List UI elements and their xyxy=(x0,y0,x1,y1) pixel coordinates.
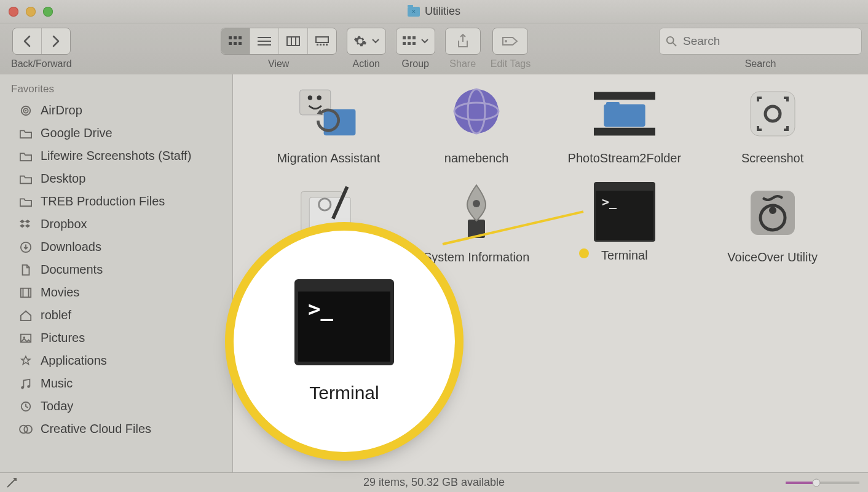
window-title: Utilities xyxy=(425,5,460,18)
sidebar-item-applications[interactable]: Applications xyxy=(0,349,232,372)
back-forward-label: Back/Forward xyxy=(11,58,72,69)
tag-icon xyxy=(502,35,519,47)
group-menu[interactable] xyxy=(396,28,435,55)
migration-icon xyxy=(298,83,359,145)
close-window-button[interactable] xyxy=(9,7,18,17)
app-voiceover-utility[interactable]: VoiceOver Utility xyxy=(705,182,840,265)
svg-point-64 xyxy=(813,479,820,486)
sidebar-item-google-drive[interactable]: Google Drive xyxy=(0,122,232,145)
edit-tags-label: Edit Tags xyxy=(491,58,531,69)
svg-rect-47 xyxy=(594,92,655,100)
back-button[interactable] xyxy=(13,28,41,54)
sidebar-item-desktop[interactable]: Desktop xyxy=(0,167,232,190)
sidebar-item-documents[interactable]: Documents xyxy=(0,258,232,281)
app-label: Script Editor xyxy=(295,250,362,265)
view-label: View xyxy=(268,58,289,69)
traffic-lights xyxy=(9,7,53,17)
edit-tags-button[interactable] xyxy=(492,28,528,55)
sidebar-item-movies[interactable]: Movies xyxy=(0,281,232,304)
sidebar-item-label: Music xyxy=(41,376,73,391)
app-label: Screenshot xyxy=(741,151,803,166)
svg-point-36 xyxy=(27,385,30,388)
svg-rect-14 xyxy=(320,44,322,46)
content-area[interactable]: Migration AssistantnamebenchPhotoStream2… xyxy=(233,74,868,473)
airdrop-icon xyxy=(18,104,33,117)
zoom-window-button[interactable] xyxy=(43,7,53,17)
sidebar: Favorites AirDropGoogle DriveLifewire Sc… xyxy=(0,74,233,473)
svg-rect-57 xyxy=(468,220,485,238)
sidebar-item-lifewire-screenshots-staff-[interactable]: Lifewire Screenshots (Staff) xyxy=(0,145,232,167)
sidebar-item-dropbox[interactable]: Dropbox xyxy=(0,213,232,236)
view-columns[interactable] xyxy=(278,28,307,54)
search-field[interactable] xyxy=(659,28,862,55)
sidebar-item-label: Google Drive xyxy=(41,126,112,140)
system-info-icon xyxy=(446,182,507,244)
view-list[interactable] xyxy=(250,28,278,54)
applications-icon xyxy=(18,354,33,368)
sidebar-item-roblef[interactable]: roblef xyxy=(0,304,232,327)
svg-rect-30 xyxy=(21,288,31,297)
view-icon-grid[interactable] xyxy=(221,28,250,54)
voiceover-icon xyxy=(742,182,803,244)
svg-rect-5 xyxy=(239,42,242,45)
namebench-icon xyxy=(446,83,507,145)
gear-icon xyxy=(353,34,367,48)
downloads-icon xyxy=(18,240,33,254)
share-button[interactable] xyxy=(445,28,481,55)
sidebar-item-label: Pictures xyxy=(41,331,85,345)
share-icon xyxy=(457,34,469,49)
sidebar-item-pictures[interactable]: Pictures xyxy=(0,327,232,349)
sidebar-item-music[interactable]: Music xyxy=(0,372,232,395)
svg-rect-4 xyxy=(234,42,237,45)
clock-icon xyxy=(18,400,33,413)
chevron-down-icon xyxy=(421,39,428,44)
action-menu[interactable] xyxy=(347,28,386,55)
svg-rect-50 xyxy=(606,102,620,106)
terminal-icon: >_ xyxy=(594,182,655,242)
app-migration-assistant[interactable]: Migration Assistant xyxy=(261,83,396,166)
app-script-editor[interactable]: Script Editor xyxy=(261,182,396,265)
app-namebench[interactable]: namebench xyxy=(409,83,544,166)
toolbar: Back/Forward View Action xyxy=(0,23,868,80)
svg-rect-0 xyxy=(229,36,232,39)
svg-point-61 xyxy=(769,207,776,214)
forward-button[interactable] xyxy=(41,28,70,54)
music-icon xyxy=(18,377,33,391)
share-label: Share xyxy=(449,58,476,69)
action-label: Action xyxy=(352,58,379,69)
svg-rect-19 xyxy=(412,36,416,39)
view-segment xyxy=(221,28,337,55)
sidebar-item-airdrop[interactable]: AirDrop xyxy=(0,99,232,122)
svg-point-28 xyxy=(25,109,27,111)
sidebar-item-creative-cloud-files[interactable]: Creative Cloud Files xyxy=(0,418,232,440)
nav-back-forward xyxy=(12,28,71,55)
svg-rect-9 xyxy=(287,37,299,46)
view-gallery[interactable] xyxy=(307,28,336,54)
chevron-down-icon xyxy=(372,39,379,44)
sidebar-item-label: Documents xyxy=(41,263,103,277)
sidebar-item-label: Today xyxy=(41,399,73,413)
search-input[interactable] xyxy=(682,34,855,49)
app-label: VoiceOver Utility xyxy=(727,250,818,265)
svg-point-44 xyxy=(454,89,499,133)
sidebar-item-treb-production-files[interactable]: TREB Production Files xyxy=(0,190,232,213)
sidebar-item-label: Creative Cloud Files xyxy=(41,422,151,436)
app-terminal[interactable]: >_Terminal xyxy=(557,182,692,265)
app-photostream2folder[interactable]: PhotoStream2Folder xyxy=(557,83,692,166)
path-icon[interactable] xyxy=(6,477,17,488)
sidebar-item-downloads[interactable]: Downloads xyxy=(0,236,232,258)
folder-icon xyxy=(18,172,33,186)
search-label: Search xyxy=(745,58,776,69)
svg-rect-20 xyxy=(403,42,406,45)
sidebar-item-today[interactable]: Today xyxy=(0,395,232,418)
app-system-information[interactable]: System Information xyxy=(409,182,544,265)
sidebar-item-label: Lifewire Screenshots (Staff) xyxy=(41,149,191,163)
movies-icon xyxy=(18,286,33,300)
svg-rect-18 xyxy=(408,36,411,39)
sidebar-item-label: roblef xyxy=(41,308,71,322)
app-screenshot[interactable]: Screenshot xyxy=(705,83,840,166)
icon-size-slider[interactable] xyxy=(786,478,859,487)
documents-icon xyxy=(18,263,33,277)
minimize-window-button[interactable] xyxy=(26,7,36,17)
sidebar-item-label: Desktop xyxy=(41,172,85,186)
